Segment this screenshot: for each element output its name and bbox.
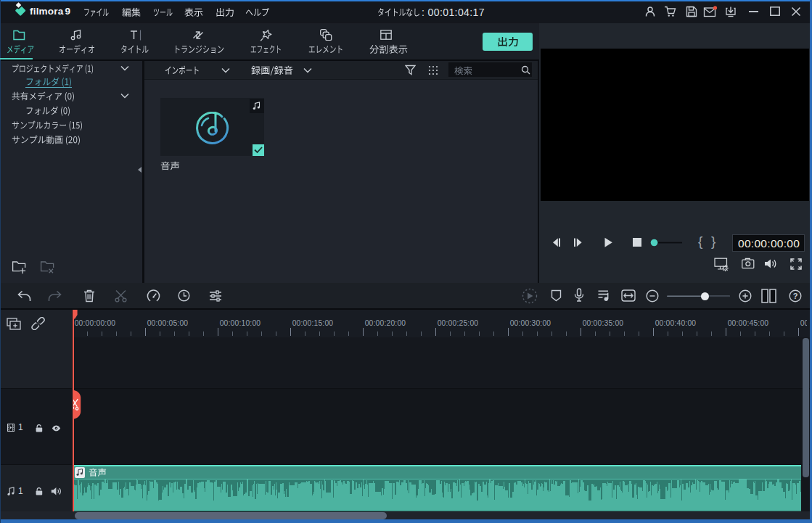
svg-text:?: ? bbox=[793, 292, 798, 300]
